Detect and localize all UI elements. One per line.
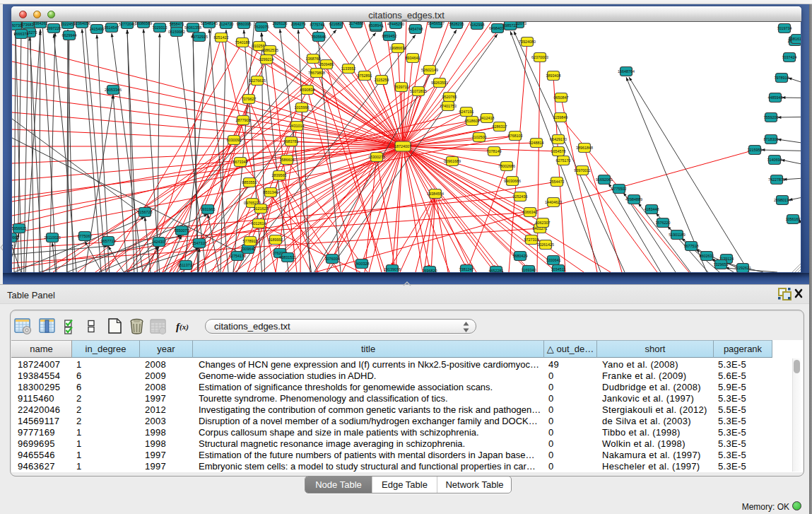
- svg-text:1015996: 1015996: [295, 105, 310, 110]
- svg-text:6216827: 6216827: [329, 22, 344, 26]
- svg-text:95113717: 95113717: [177, 263, 194, 267]
- svg-text:8768103: 8768103: [508, 134, 523, 138]
- svg-text:99030666: 99030666: [504, 179, 521, 183]
- svg-text:3076004: 3076004: [325, 257, 340, 261]
- svg-text:9121623: 9121623: [254, 206, 269, 211]
- svg-text:1424307: 1424307: [152, 240, 167, 244]
- svg-text:2124720: 2124720: [219, 22, 234, 26]
- svg-text:0775067: 0775067: [78, 234, 93, 238]
- svg-text:6247191: 6247191: [459, 110, 474, 114]
- svg-text:8853553: 8853553: [242, 180, 257, 185]
- svg-text:18724007: 18724007: [394, 144, 411, 148]
- svg-text:2064279: 2064279: [291, 22, 306, 26]
- svg-text:7400328: 7400328: [355, 262, 370, 266]
- svg-text:9666374: 9666374: [14, 32, 29, 36]
- svg-text:78679808: 78679808: [308, 71, 325, 75]
- svg-text:8934641: 8934641: [406, 56, 420, 60]
- svg-text:7978910: 7978910: [775, 76, 789, 80]
- svg-text:9657713: 9657713: [101, 239, 116, 243]
- svg-text:2115259: 2115259: [375, 78, 389, 82]
- svg-text:5828235: 5828235: [449, 22, 464, 26]
- svg-text:2309640: 2309640: [241, 247, 256, 251]
- svg-text:6030093: 6030093: [227, 138, 242, 142]
- svg-text:93970011: 93970011: [574, 168, 591, 173]
- svg-text:63831511: 63831511: [279, 255, 296, 259]
- svg-text:4485948: 4485948: [768, 95, 783, 100]
- svg-text:51072815: 51072815: [410, 89, 427, 93]
- svg-text:1654578: 1654578: [551, 149, 566, 153]
- svg-text:8859452: 8859452: [382, 34, 397, 38]
- svg-text:6590834: 6590834: [300, 88, 315, 92]
- svg-text:6286317: 6286317: [493, 124, 507, 129]
- svg-text:5550077: 5550077: [175, 228, 189, 233]
- svg-text:9775502: 9775502: [612, 187, 627, 191]
- svg-text:72292621: 72292621: [734, 266, 751, 270]
- svg-text:5778913: 5778913: [243, 239, 258, 243]
- svg-text:2554472: 2554472: [550, 180, 565, 184]
- svg-text:9520765: 9520765: [442, 95, 457, 99]
- svg-text:3034511: 3034511: [551, 267, 566, 271]
- svg-text:7381247: 7381247: [459, 267, 474, 271]
- svg-text:06159982: 06159982: [168, 30, 185, 34]
- svg-text:55456527: 55456527: [428, 22, 445, 25]
- svg-text:38961848: 38961848: [576, 146, 593, 150]
- svg-text:26110023: 26110023: [44, 235, 61, 240]
- svg-text:62370003: 62370003: [531, 55, 548, 59]
- svg-text:7379627: 7379627: [242, 97, 257, 101]
- svg-text:19384554: 19384554: [427, 192, 444, 196]
- svg-text:3505646: 3505646: [312, 35, 326, 39]
- svg-text:7540188: 7540188: [235, 40, 250, 45]
- svg-text:3893408: 3893408: [546, 74, 561, 78]
- svg-text:17401753: 17401753: [440, 104, 457, 108]
- svg-text:7140694: 7140694: [767, 158, 782, 162]
- svg-text:51901189: 51901189: [669, 233, 686, 237]
- svg-text:5366342: 5366342: [523, 210, 538, 214]
- svg-text:29053346: 29053346: [105, 88, 122, 92]
- svg-text:14404623: 14404623: [545, 200, 562, 204]
- svg-text:1368760: 1368760: [306, 57, 321, 61]
- svg-text:26980134: 26980134: [774, 198, 791, 202]
- svg-text:0509486: 0509486: [319, 62, 334, 66]
- svg-text:52772040: 52772040: [119, 22, 136, 26]
- svg-text:69732915: 69732915: [191, 35, 208, 39]
- svg-text:3169340: 3169340: [522, 268, 536, 272]
- svg-text:0299214: 0299214: [259, 57, 274, 62]
- svg-text:3215955: 3215955: [748, 148, 763, 152]
- svg-text:8508941: 8508941: [369, 23, 384, 28]
- svg-text:2174888: 2174888: [349, 22, 364, 25]
- svg-text:16648764: 16648764: [618, 69, 635, 74]
- svg-text:1056167: 1056167: [786, 217, 801, 221]
- svg-text:(x): (x): [180, 322, 189, 332]
- svg-text:2877901: 2877901: [236, 118, 251, 122]
- svg-text:47445290: 47445290: [387, 22, 404, 26]
- svg-text:7620075: 7620075: [254, 25, 269, 29]
- svg-text:52602149: 52602149: [421, 68, 438, 72]
- svg-text:42984889: 42984889: [625, 197, 642, 201]
- svg-text:3412418: 3412418: [480, 116, 495, 120]
- svg-text:8454748: 8454748: [408, 27, 423, 31]
- svg-text:2926126: 2926126: [273, 22, 288, 25]
- svg-text:6518603: 6518603: [465, 119, 480, 123]
- svg-text:7200641: 7200641: [546, 258, 561, 262]
- svg-text:00961689: 00961689: [444, 159, 461, 163]
- svg-text:00261425: 00261425: [537, 243, 554, 247]
- svg-text:0650847: 0650847: [554, 95, 569, 100]
- svg-text:0252436: 0252436: [513, 194, 528, 199]
- svg-text:7639710: 7639710: [394, 85, 409, 89]
- svg-text:73924080: 73924080: [519, 40, 536, 44]
- svg-text:92276615: 92276615: [249, 78, 266, 83]
- svg-text:0364262: 0364262: [33, 22, 48, 25]
- svg-text:99263591: 99263591: [431, 81, 448, 85]
- svg-text:7029313: 7029313: [153, 25, 167, 30]
- svg-text:4183448: 4183448: [645, 207, 659, 211]
- svg-text:2415499: 2415499: [90, 27, 105, 31]
- svg-text:7559200: 7559200: [764, 115, 779, 119]
- svg-text:9983781: 9983781: [284, 139, 299, 144]
- svg-text:2156728: 2156728: [138, 210, 153, 214]
- svg-text:4162998: 4162998: [470, 23, 485, 27]
- svg-text:3248814: 3248814: [529, 141, 544, 145]
- svg-text:7019734: 7019734: [777, 26, 792, 30]
- svg-text:66429170: 66429170: [550, 137, 567, 141]
- svg-text:6012614: 6012614: [252, 221, 266, 226]
- svg-text:42754172: 42754172: [229, 254, 246, 258]
